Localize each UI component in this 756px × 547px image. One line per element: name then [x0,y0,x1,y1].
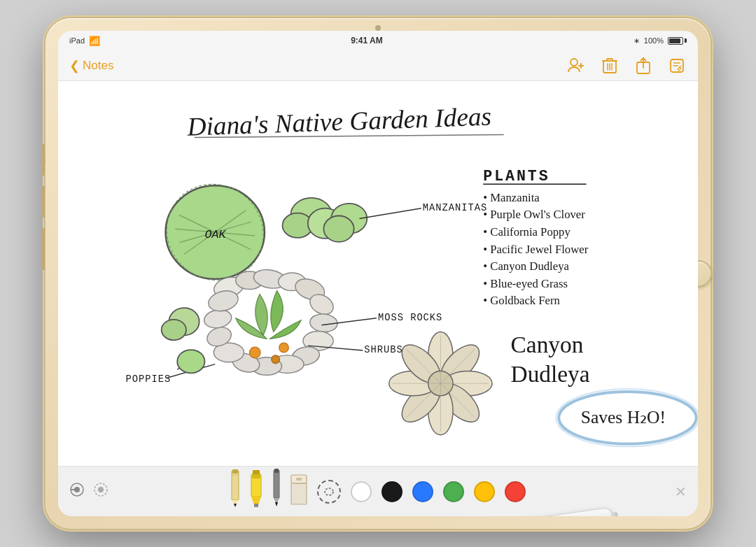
svg-point-56 [249,347,260,358]
svg-text:SHRUBS: SHRUBS [364,345,402,355]
battery-icon [668,37,687,45]
share-button[interactable] [634,56,653,76]
svg-text:• Goldback Fern: • Goldback Fern [483,294,560,307]
svg-text:Dudleya: Dudleya [511,361,590,387]
close-button[interactable]: ✕ [675,483,687,500]
svg-line-13 [679,66,682,67]
color-white[interactable] [351,481,372,502]
camera [375,25,381,31]
color-blue[interactable] [412,481,433,502]
compose-button[interactable] [667,56,687,76]
svg-marker-99 [234,504,237,507]
nav-actions [566,56,687,76]
status-left: iPad 📶 [69,36,100,46]
toolbar-left [69,482,108,501]
color-red[interactable] [505,481,526,502]
svg-rect-103 [253,470,260,474]
svg-rect-105 [254,504,258,507]
volume-up-button[interactable] [42,144,45,176]
svg-text:• Pacific Jewel Flower: • Pacific Jewel Flower [483,243,588,256]
svg-point-36 [323,216,354,242]
eraser-tool-button[interactable] [290,474,307,510]
add-person-button[interactable] [566,56,586,76]
status-bar: iPad 📶 9:41 AM ∗ 100% [58,31,698,50]
battery-percent: 100% [644,36,664,45]
undo-button[interactable] [69,482,85,501]
pen-tool-button[interactable] [272,467,281,509]
svg-text:MOSS ROCKS: MOSS ROCKS [378,313,442,323]
back-label: Notes [83,59,113,73]
ipad-device: iPad 📶 9:41 AM ∗ 100% ❮ Notes [46,18,710,529]
svg-point-0 [570,59,578,66]
svg-text:• Manzanita: • Manzanita [483,191,540,204]
svg-point-57 [279,343,289,353]
svg-rect-97 [232,469,238,474]
chevron-left-icon: ❮ [69,58,80,73]
bluetooth-icon: ∗ [634,36,640,45]
silent-switch[interactable] [42,228,45,270]
wifi-icon: 📶 [89,36,100,46]
trash-button[interactable] [600,56,620,76]
marker-tool-button[interactable] [250,469,262,509]
svg-rect-106 [274,470,279,498]
svg-text:• California Poppy: • California Poppy [483,225,570,239]
drawing-canvas[interactable]: Diana's Native Garden Ideas PLANTS • Man… [58,81,698,466]
svg-line-37 [359,208,421,219]
canvas-area[interactable]: Diana's Native Garden Ideas PLANTS • Man… [58,81,698,466]
svg-marker-109 [275,502,278,506]
toolbar-right: ✕ [675,483,687,500]
back-button[interactable]: ❮ Notes [69,58,113,73]
pencil-tool-button[interactable] [230,468,240,509]
svg-point-68 [177,350,204,373]
time-display: 9:41 AM [351,36,383,45]
color-black[interactable] [382,481,402,502]
nav-bar: ❮ Notes [58,50,698,81]
status-right: ∗ 100% [634,36,687,45]
color-yellow[interactable] [474,481,495,502]
svg-point-95 [98,487,104,492]
svg-text:MANZANITAS: MANZANITAS [423,203,487,213]
svg-text:PLANTS: PLANTS [483,168,550,185]
volume-down-button[interactable] [42,186,45,218]
redo-button[interactable] [93,482,108,501]
svg-text:• Blue-eyed Grass: • Blue-eyed Grass [483,277,568,290]
svg-rect-107 [274,469,279,473]
svg-point-58 [272,355,280,364]
svg-point-114 [325,488,333,495]
svg-text:Canyon: Canyon [511,332,584,357]
svg-text:OAK: OAK [205,228,227,241]
ipad-label: iPad [69,36,85,45]
ipad-screen: iPad 📶 9:41 AM ∗ 100% ❮ Notes [58,31,698,516]
svg-point-46 [309,313,338,333]
svg-point-64 [162,320,186,340]
svg-text:• Purple Owl's Clover: • Purple Owl's Clover [483,208,585,221]
svg-text:POPPIES: POPPIES [126,374,172,385]
svg-text:Saves H₂O!: Saves H₂O! [581,407,666,427]
svg-text:• Canyon Dudleya: • Canyon Dudleya [483,260,569,273]
lasso-tool-button[interactable] [317,480,341,504]
svg-rect-113 [296,478,302,481]
color-green[interactable] [443,481,464,502]
svg-rect-111 [291,483,307,504]
